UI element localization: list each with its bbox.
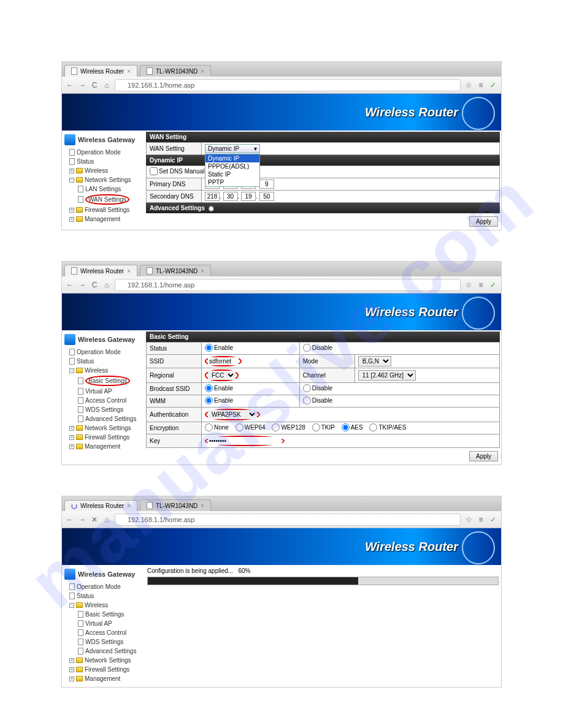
back-icon[interactable]: ← [66,81,74,89]
auth-select[interactable]: WPA2PSK [208,410,257,419]
sidebar-item-status[interactable]: Status [64,157,142,166]
expand-icon[interactable]: + [69,217,74,222]
tab-1[interactable]: Wireless Router× [64,265,137,276]
sidebar-item-firewall[interactable]: +Firewall Settings [64,665,142,674]
sidebar-item-ac[interactable]: Access Control [64,628,142,637]
sidebar-item-opmode[interactable]: Operation Mode [64,148,142,157]
url-input[interactable]: 192.168.1.1/home.asp [115,279,461,291]
sidebar-item-opmode[interactable]: Operation Mode [64,347,142,357]
sidebar-item-wireless[interactable]: −Wireless [64,366,142,375]
forward-icon[interactable]: → [78,281,86,289]
sidebar-item-basic[interactable]: Basic Settings [64,375,142,387]
menu-icon[interactable]: ≡ [477,281,485,289]
close-icon[interactable]: × [201,268,204,275]
close-icon[interactable]: × [201,68,204,75]
sidebar-item-ac[interactable]: Access Control [64,396,142,405]
expand-icon[interactable]: + [69,667,74,672]
channel-select[interactable]: 11 [2.462 GHz] [358,370,416,381]
wmm-enable[interactable]: Enable [205,396,233,404]
sidebar-item-basic[interactable]: Basic Settings [64,610,142,619]
tab-2[interactable]: TL-WR1043ND× [140,499,211,511]
bssid-enable[interactable]: Enable [205,384,233,392]
sidebar-item-status[interactable]: Status [64,591,142,601]
enc-tkip[interactable]: TKIP [312,423,335,431]
forward-icon[interactable]: → [78,81,86,89]
status-enable[interactable]: Enable [205,344,233,352]
reload-icon[interactable]: C [90,281,99,289]
collapse-icon[interactable]: − [69,603,74,608]
stop-icon[interactable]: ✕ [90,515,99,524]
sidebar-item-adv[interactable]: Advanced Settings [64,414,142,423]
section-advanced[interactable]: Advanced Settings ◉ [146,203,500,213]
sidebar-item-firewall[interactable]: +Firewall Settings [64,433,142,442]
close-icon[interactable]: × [127,502,131,509]
star-icon[interactable]: ☆ [464,515,473,524]
sidebar-item-network[interactable]: +Network Settings [64,423,142,433]
sidebar-item-mgmt[interactable]: +Management [64,674,142,683]
expand-icon[interactable]: + [69,658,74,663]
sidebar-item-wds[interactable]: WDS Settings [64,637,142,646]
sidebar-item-wireless[interactable]: −Wireless [64,601,142,610]
option-pptp[interactable]: PPTP [205,178,259,186]
option-pppoe[interactable]: PPPOE(ADSL) [205,162,259,170]
expand-icon[interactable]: + [69,435,74,440]
wmm-disable[interactable]: Disable [303,396,332,404]
enc-wep64[interactable]: WEP64 [236,423,266,431]
sidebar-item-adv[interactable]: Advanced Settings [64,646,142,656]
tab-1[interactable]: Wireless Router× [64,500,137,511]
home-icon[interactable]: ⌂ [102,81,111,89]
option-dynamic[interactable]: Dynamic IP [205,154,259,162]
enc-none[interactable]: None [205,423,229,431]
home-icon[interactable]: ⌂ [102,281,111,289]
key-input[interactable] [208,437,282,445]
sidebar-item-firewall[interactable]: +Firewall Settings [64,205,142,214]
expand-icon[interactable]: + [69,444,74,449]
url-input[interactable]: 192.168.1.1/home.asp [115,79,461,91]
expand-icon[interactable]: + [69,208,74,213]
sidebar-item-mgmt[interactable]: +Management [64,214,142,224]
enc-wep128[interactable]: WEP128 [272,423,305,431]
sidebar-item-opmode[interactable]: Operation Mode [64,582,142,591]
menu-icon[interactable]: ≡ [477,515,485,524]
star-icon[interactable]: ☆ [464,281,473,289]
back-icon[interactable]: ← [66,281,74,289]
status-disable[interactable]: Disable [303,344,332,352]
collapse-icon[interactable]: − [69,368,74,373]
apply-button[interactable]: Apply [469,216,498,227]
star-icon[interactable]: ☆ [464,81,473,89]
enc-tkipaes[interactable]: TKIP/AES [369,423,406,431]
sidebar-item-network[interactable]: −Network Settings [64,175,142,184]
reload-icon[interactable]: C [90,81,99,89]
option-static[interactable]: Static IP [205,170,259,178]
sidebar-item-wan[interactable]: WAN Settings [64,194,142,205]
sidebar-item-network[interactable]: +Network Settings [64,656,142,665]
expand-icon[interactable]: + [69,426,74,431]
sidebar-item-wireless[interactable]: +Wireless [64,166,142,175]
expand-icon[interactable]: + [69,677,74,681]
set-dns-checkbox[interactable]: Set DNS Manually [150,167,209,175]
sidebar-item-lan[interactable]: LAN Settings [64,184,142,194]
tab-2[interactable]: TL-WR1043ND× [140,265,211,276]
home-icon[interactable]: ⌂ [102,515,111,524]
expand-icon[interactable]: + [69,169,74,173]
sidebar-item-wds[interactable]: WDS Settings [64,405,142,414]
mode-select[interactable]: B,G,N [358,356,391,366]
regional-select[interactable]: FCC [208,371,236,380]
collapse-icon[interactable]: − [69,178,74,183]
close-icon[interactable]: × [127,268,131,275]
enc-aes[interactable]: AES [342,423,363,431]
sidebar-item-vap[interactable]: Virtual AP [64,387,142,396]
sidebar-item-mgmt[interactable]: +Management [64,442,142,451]
menu-icon[interactable]: ≡ [477,81,485,89]
tab-1[interactable]: Wireless Router× [64,65,137,77]
ok-icon[interactable]: ✓ [489,515,497,524]
apply-button[interactable]: Apply [469,451,498,461]
back-icon[interactable]: ← [66,515,74,524]
ok-icon[interactable]: ✓ [489,81,497,89]
close-icon[interactable]: × [201,502,204,509]
forward-icon[interactable]: → [78,515,86,524]
wan-setting-select[interactable]: Dynamic IP▾ Dynamic IP PPPOE(ADSL) Stati… [205,144,260,153]
ssid-input[interactable] [208,357,239,365]
sidebar-item-vap[interactable]: Virtual AP [64,619,142,628]
close-icon[interactable]: × [127,68,131,75]
